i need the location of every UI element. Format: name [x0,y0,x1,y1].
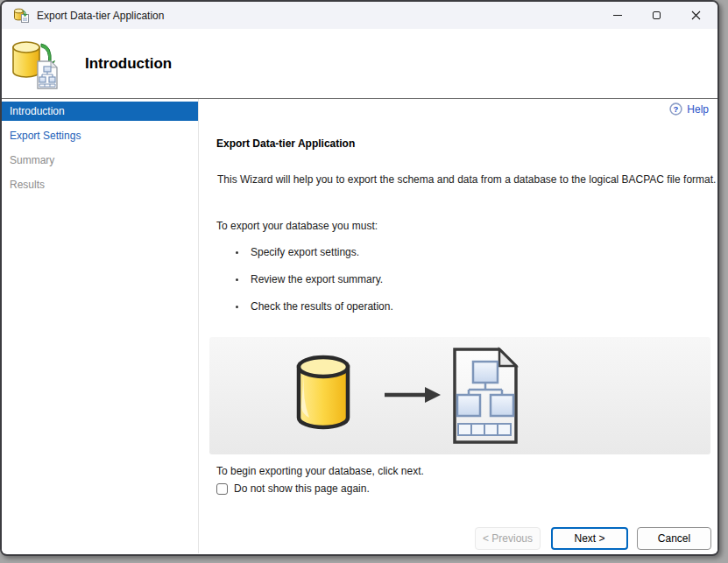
bullet-item: Review the export summary. [236,273,383,285]
minimize-button[interactable] [597,2,637,29]
next-button[interactable]: Next > [551,527,628,550]
database-cylinder-icon [299,357,348,427]
wizard-header: Introduction [2,29,717,99]
help-label: Help [687,103,709,116]
wizard-body: Introduction Export Settings Summary Res… [2,99,717,553]
intro-paragraph: This Wizard will help you to export the … [217,172,719,187]
database-export-icon [13,8,30,23]
caption-buttons [597,2,716,29]
window-title: Export Data-tier Application [37,10,164,22]
bullet-dot-icon [236,251,238,254]
export-graphic [209,337,710,454]
arrow-right-icon [385,387,441,403]
bullet-item: Check the results of operation. [236,300,393,313]
begin-text: To begin exporting your database, click … [216,465,424,477]
sidebar-item-summary: Summary [2,151,198,170]
bullet-dot-icon [236,306,238,308]
maximize-icon [653,11,661,19]
sidebar-item-introduction[interactable]: Introduction [2,102,198,121]
bullet-text: Review the export summary. [251,273,383,285]
database-to-bacpac-illustration [286,344,541,447]
bullet-text: Check the results of operation. [251,300,393,313]
cancel-button[interactable]: Cancel [637,527,711,550]
help-link[interactable]: ? Help [669,102,709,116]
sidebar-item-export-settings[interactable]: Export Settings [2,126,198,145]
help-icon: ? [669,102,682,116]
dont-show-again-checkbox [216,483,228,495]
export-data-tier-application-window: Export Data-tier Application [0,0,719,556]
main-panel: ? Help Export Data-tier Application This… [199,99,717,553]
previous-button: < Previous [475,527,541,550]
dont-show-again-row[interactable]: Do not show this page again. [216,482,370,495]
close-button[interactable] [676,2,716,29]
bullet-item: Specify export settings. [236,246,359,258]
database-export-icon-large [10,38,62,90]
minimize-icon [613,15,622,16]
content-heading: Export Data-tier Application [216,137,355,150]
bullet-text: Specify export settings. [251,246,359,258]
sidebar-item-results: Results [2,175,198,194]
sidebar: Introduction Export Settings Summary Res… [2,99,199,553]
page-title: Introduction [85,55,172,73]
maximize-button[interactable] [637,2,676,29]
dont-show-again-label: Do not show this page again. [234,482,370,495]
bullet-dot-icon [236,278,238,281]
titlebar: Export Data-tier Application [2,2,717,29]
list-intro: To export your database you must: [216,220,378,232]
close-icon [691,11,701,20]
svg-text:?: ? [674,104,679,114]
bacpac-schema-file-icon [455,349,516,442]
